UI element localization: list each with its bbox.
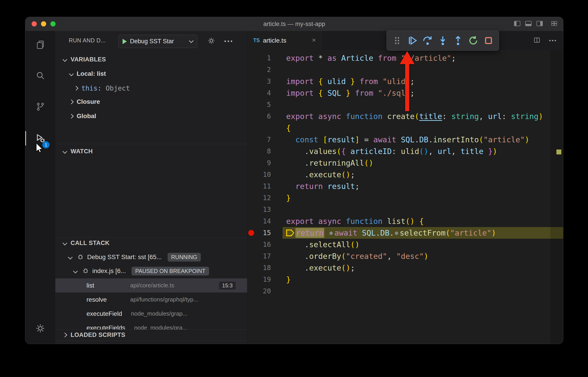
inline-breakpoint-candidate-icon[interactable] xyxy=(329,232,333,235)
source-control-icon[interactable] xyxy=(35,101,46,112)
code-line[interactable]: 18 .execute(); xyxy=(247,262,563,274)
toggle-panel-icon[interactable] xyxy=(525,21,532,27)
step-into-button[interactable] xyxy=(438,35,448,46)
code-line[interactable]: 2 xyxy=(247,64,563,76)
variable-this[interactable]: this: Object xyxy=(74,83,130,93)
chevron-down-icon xyxy=(189,38,194,43)
code-line[interactable]: 7 const [result] = await SQL.DB.insertIn… xyxy=(247,134,563,145)
code-line[interactable]: 4import { SQL } from "./sql"; xyxy=(247,87,563,99)
line-number[interactable]: 16 xyxy=(247,239,271,250)
code-line[interactable]: 9 .returningAll() xyxy=(247,157,563,169)
tab-article-ts[interactable]: TS article.ts xyxy=(247,31,321,50)
line-number[interactable]: 12 xyxy=(247,192,271,204)
section-header-loaded-scripts[interactable]: LOADED SCRIPTS xyxy=(63,330,125,340)
overview-ruler[interactable] xyxy=(550,50,563,344)
code-line[interactable]: 3import { ulid } from "ulid"; xyxy=(247,76,563,87)
code-line[interactable]: 6export async function create(title: str… xyxy=(247,110,563,122)
active-view-indicator xyxy=(25,131,26,145)
section-header-variables[interactable]: VARIABLES xyxy=(63,54,106,64)
toggle-primary-sidebar-icon[interactable] xyxy=(514,21,520,27)
debug-settings-gear-icon[interactable] xyxy=(207,37,215,46)
line-number[interactable]: 15 xyxy=(247,227,271,239)
code-line[interactable]: 12} xyxy=(247,192,563,204)
call-stack-frame[interactable]: executeFieldsnode_modules/gra... xyxy=(55,321,247,330)
call-stack-session[interactable]: Debug SST Start: sst [65... RUNNING xyxy=(69,252,247,262)
variables-scope-global[interactable]: Global xyxy=(70,111,96,121)
search-icon[interactable] xyxy=(35,70,46,81)
line-number[interactable]: 3 xyxy=(247,76,271,87)
line-number[interactable]: 2 xyxy=(247,64,271,76)
step-out-button[interactable] xyxy=(453,35,463,46)
code-line[interactable]: 11 return result; xyxy=(247,180,563,192)
stop-button[interactable] xyxy=(483,35,494,46)
code-text: export * as Article from "./article"; xyxy=(271,52,456,64)
overview-ruler-marker xyxy=(556,150,561,154)
code-line[interactable]: 20 xyxy=(247,285,563,297)
chevron-right-icon xyxy=(74,86,79,90)
code-line[interactable]: 19} xyxy=(247,274,563,285)
code-line[interactable]: { xyxy=(247,122,563,134)
debug-thread-icon xyxy=(82,267,89,275)
code-text: .values({ articleID: ulid(), url, title … xyxy=(271,145,497,157)
line-number[interactable]: 11 xyxy=(247,180,271,192)
call-stack-frame[interactable]: executeFieldnode_modules/grap... xyxy=(55,307,247,321)
more-actions-icon[interactable] xyxy=(224,39,233,44)
line-number[interactable]: 9 xyxy=(247,157,271,169)
code-line[interactable]: 5 xyxy=(247,99,563,110)
code-line[interactable]: 16 .selectAll() xyxy=(247,239,563,250)
code-text: return await SQL.DB.selectFrom("article"… xyxy=(271,227,496,239)
line-number[interactable]: 10 xyxy=(247,169,271,180)
variables-scope-closure[interactable]: Closure xyxy=(70,97,100,107)
current-code-line[interactable]: 15return await SQL.DB.selectFrom("articl… xyxy=(247,227,563,239)
code-text: } xyxy=(271,274,291,285)
restart-button[interactable] xyxy=(468,35,479,46)
titlebar[interactable]: article.ts — my-sst-app xyxy=(25,17,563,31)
line-number[interactable]: 6 xyxy=(247,110,271,122)
split-editor-icon[interactable] xyxy=(533,37,540,44)
variables-scope-local[interactable]: Local: list xyxy=(70,69,106,79)
continue-button[interactable] xyxy=(407,35,418,46)
customize-layout-icon[interactable] xyxy=(551,21,557,27)
code-text: export async function list() { xyxy=(271,215,424,227)
line-number[interactable]: 8 xyxy=(247,145,271,157)
debug-config-label: Debug SST Star xyxy=(130,38,190,45)
editor-more-actions-icon[interactable] xyxy=(549,38,556,43)
line-number[interactable]: 5 xyxy=(247,99,271,110)
call-stack-thread[interactable]: index.js [6... PAUSED ON BREAKPOINT xyxy=(74,266,247,276)
line-number[interactable]: 18 xyxy=(247,262,271,274)
debug-config-dropdown[interactable]: Debug SST Star xyxy=(118,35,197,48)
settings-gear-icon[interactable] xyxy=(35,323,46,334)
code-line[interactable]: 13 xyxy=(247,204,563,215)
code-line[interactable]: 1export * as Article from "./article"; xyxy=(247,52,563,64)
call-stack-frame[interactable]: listapi/core/article.ts15:3 xyxy=(55,278,247,293)
step-over-button[interactable] xyxy=(422,35,433,46)
code-line[interactable]: 10 .execute(); xyxy=(247,169,563,180)
line-number[interactable]: 7 xyxy=(247,134,271,145)
line-number[interactable]: 19 xyxy=(247,274,271,285)
line-number[interactable]: 14 xyxy=(247,215,271,227)
code-line[interactable]: 8 .values({ articleID: ulid(), url, titl… xyxy=(247,145,563,157)
toolbar-gripper-icon[interactable] xyxy=(392,35,403,46)
chevron-down-icon xyxy=(63,240,67,245)
code-area[interactable]: 1export * as Article from "./article";23… xyxy=(247,50,563,344)
code-line[interactable]: 17 .orderBy("created", "desc") xyxy=(247,250,563,262)
explorer-icon[interactable] xyxy=(35,39,46,50)
code-line[interactable]: 14export async function list() { xyxy=(247,215,563,227)
section-header-watch[interactable]: WATCH xyxy=(63,146,93,156)
close-tab-icon[interactable] xyxy=(311,37,317,44)
debug-sidebar: RUN AND D... Debug SST Star VARIABLES xyxy=(55,31,247,344)
call-stack-frame[interactable]: resolveapi/functions/graphql/typ... xyxy=(55,293,247,307)
inline-breakpoint-candidate-icon[interactable] xyxy=(395,232,398,235)
toggle-secondary-sidebar-icon[interactable] xyxy=(536,21,543,27)
chevron-down-icon xyxy=(68,255,73,259)
line-number[interactable] xyxy=(247,122,271,134)
line-number[interactable]: 1 xyxy=(247,52,271,64)
line-number[interactable]: 13 xyxy=(247,204,271,215)
line-number[interactable]: 4 xyxy=(247,87,271,99)
section-divider xyxy=(55,237,247,238)
breakpoint-icon[interactable] xyxy=(248,230,254,236)
section-header-call-stack[interactable]: CALL STACK xyxy=(63,238,110,248)
line-number[interactable]: 17 xyxy=(247,250,271,262)
line-number[interactable]: 20 xyxy=(247,285,271,297)
start-debug-icon[interactable] xyxy=(123,39,127,44)
